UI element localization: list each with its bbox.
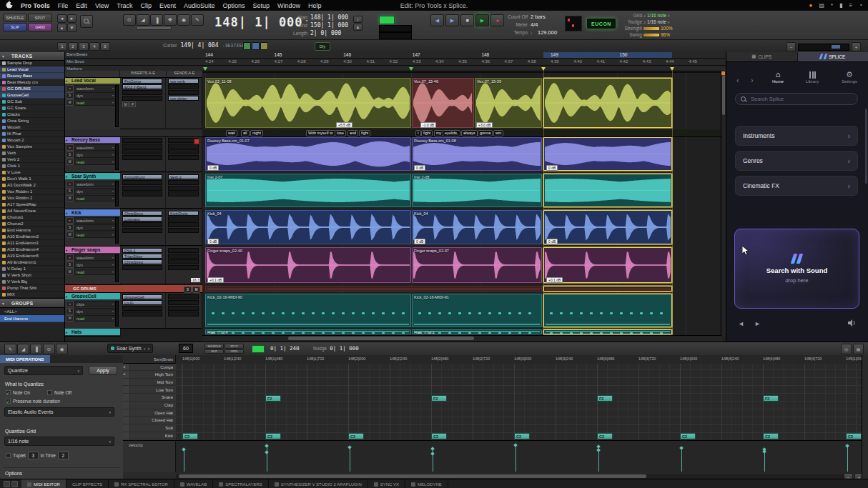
grid-icon[interactable]: ▤ (819, 2, 824, 9)
drum-lane-conga[interactable]: Conga (123, 364, 176, 371)
lyric-chip[interactable]: night (250, 130, 263, 136)
audio-clip[interactable] (205, 286, 542, 292)
send-slot-empty[interactable] (168, 84, 199, 89)
insertion-follows-icon[interactable] (260, 42, 268, 50)
midi-editor-led[interactable] (252, 345, 265, 353)
track-read-selector[interactable]: read▾ (74, 99, 116, 106)
midi-horizontal-scrollbar[interactable] (176, 474, 844, 479)
insert-slot[interactable]: KompltKont (122, 174, 162, 179)
options-section[interactable]: Options (5, 471, 22, 476)
track-header[interactable]: ▸Soar Synth●SMwaveform▾dyn▾read▾ (64, 173, 121, 209)
insert-slot[interactable]: Lo-Fi (122, 300, 162, 305)
insert-slot-empty[interactable] (122, 155, 162, 160)
insert-slot[interactable]: PSA-1 (122, 248, 162, 253)
end-value[interactable]: 150| 1| 000 (310, 22, 348, 29)
strength-slider[interactable] (643, 27, 659, 30)
sidebar-track-item[interactable]: GrooveCell (0, 92, 64, 99)
swing-value[interactable]: 96% (661, 32, 670, 37)
midi-mode-shuffle[interactable]: SHUFFLE (204, 344, 224, 349)
bottom-tab-wavelab[interactable]: WAVELAB (174, 479, 213, 488)
app-menu-pro-tools[interactable]: Pro Tools (21, 2, 50, 9)
insert-slot-empty[interactable] (122, 191, 162, 196)
note-on-checkbox[interactable]: ✓Note On (6, 390, 30, 395)
track-dyn-selector[interactable]: dyn▾ (74, 92, 116, 99)
velocity-stem[interactable] (598, 449, 599, 472)
clip-gain-badge[interactable]: 0 dB (414, 165, 425, 171)
sidebar-track-item[interactable]: Verb (0, 150, 64, 156)
bottom-tab-midi-editor[interactable]: MIDI EDITOR (21, 479, 66, 488)
group-item[interactable]: <ALL> (0, 308, 64, 315)
count-off-value[interactable]: 2 bars (531, 14, 546, 20)
send-slot-empty[interactable] (168, 294, 199, 299)
sidebar-track-item[interactable]: V Verb Big (0, 279, 64, 285)
track-clips-selector[interactable]: clips▾ (74, 301, 116, 307)
zoom-tool-button[interactable] (80, 15, 93, 28)
velocity-lane[interactable] (176, 440, 862, 473)
sidebar-track-item[interactable]: Click 1 (0, 163, 64, 169)
record-enable-button[interactable]: ● (66, 181, 74, 187)
lyric-chip[interactable]: I (415, 130, 421, 136)
timeline-insertion-icon[interactable] (243, 42, 251, 50)
insert-slot-empty[interactable] (122, 228, 162, 233)
track-dyn-selector[interactable]: dyn▾ (74, 308, 116, 314)
drum-lane-sub[interactable]: Sub (123, 425, 176, 432)
group-item[interactable]: End Hamms (0, 315, 64, 322)
send-slot-empty[interactable] (168, 254, 199, 259)
clip-gain-badge[interactable]: 0 dB (207, 165, 219, 171)
splice-nav-library[interactable]: Library (797, 70, 828, 84)
sidebar-track-item[interactable]: Woosh (0, 124, 64, 131)
insert-slot[interactable]: Lowpass (122, 216, 162, 221)
insert-slot[interactable]: EQ3 7-Band (122, 84, 162, 89)
zoom-preset-4[interactable]: 4 (89, 42, 99, 51)
lyric-chip[interactable]: lose (335, 130, 346, 136)
splice-nav-settings[interactable]: ⚙Settings (834, 70, 865, 84)
midi-tool-4[interactable]: ◉ (56, 344, 68, 354)
expand-icon[interactable]: ▸ (66, 330, 68, 334)
tempo-value[interactable]: 129.000 (538, 29, 557, 36)
insert-slot-empty[interactable] (122, 90, 162, 95)
midi-note-c2[interactable]: C2 (514, 433, 530, 439)
grid-dropdown-icon[interactable]: ▾ (668, 14, 670, 18)
lyric-chip[interactable]: With myself to (306, 130, 335, 136)
velocity-stem[interactable] (184, 449, 184, 472)
audio-clip[interactable] (543, 329, 672, 334)
eucon-badge[interactable]: EUCON (586, 18, 616, 29)
velocity-handle[interactable] (513, 443, 518, 447)
sidebar-track-item[interactable]: GC Snare (0, 105, 64, 111)
menu-clip[interactable]: Clip (140, 2, 152, 9)
preserve-note-duration-checkbox[interactable]: ✓Preserve note duration (6, 399, 60, 404)
track-waveform-selector[interactable]: waveform▾ (74, 144, 116, 151)
bottom-tab-melodyne[interactable]: MELODYNE (405, 479, 448, 488)
send-slot[interactable]: Verb 2 (168, 174, 199, 179)
track-header[interactable]: ▸Lead Vocal●SMwaveform▾dyn▾read▾ (64, 77, 121, 130)
midi-note-f2[interactable]: F2 (431, 395, 447, 402)
sidebar-track-item[interactable]: Sample Drop (0, 60, 64, 66)
velocity-stem[interactable] (267, 452, 267, 472)
send-slot-empty[interactable] (168, 265, 199, 270)
send-slot-empty[interactable] (168, 144, 199, 149)
audio-clip[interactable]: Inst 2-07 (205, 174, 411, 207)
drum-lane-mid-tom[interactable]: Mid Tom (123, 379, 176, 386)
midi-note-f2[interactable]: F2 (597, 395, 613, 402)
audio-clip[interactable] (543, 294, 672, 327)
velocity-stem[interactable] (516, 444, 516, 472)
velocity-handle[interactable] (596, 448, 601, 452)
menu-setup[interactable]: Setup (253, 2, 270, 9)
menu-event[interactable]: Event (159, 2, 176, 9)
tab-clips[interactable]: ▦CLIPS (726, 51, 798, 61)
menu-view[interactable]: View (95, 2, 109, 9)
menu-help[interactable]: Help (308, 2, 322, 9)
swing-slider[interactable] (643, 34, 659, 36)
tab-splice[interactable]: SPLICE (798, 51, 868, 61)
mute-button[interactable]: M (66, 231, 74, 238)
midi-tool-1[interactable]: ◢ (17, 344, 29, 354)
audio-clip[interactable]: Finger snaps_02-37 (412, 247, 542, 283)
insert-slot-empty[interactable] (122, 96, 162, 101)
insert-slot-empty[interactable] (122, 149, 162, 154)
nudge-value[interactable]: 1/16 note (647, 19, 666, 24)
bottom-tab-synthesizer-v-studio-2-araplugin[interactable]: SYNTHESIZER V STUDIO 2 ARAPLUGIN (269, 479, 368, 488)
mute-button[interactable]: M (122, 101, 129, 107)
sidebar-track-item[interactable]: V Delay 1 (0, 266, 64, 272)
track-read-selector[interactable]: read▾ (74, 159, 116, 165)
insert-slot-empty[interactable] (122, 222, 162, 227)
